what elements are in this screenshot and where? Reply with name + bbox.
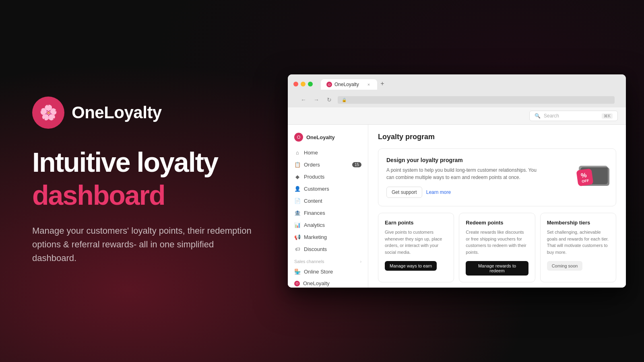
- sidebar-item-customers[interactable]: 👤 Customers: [288, 183, 368, 195]
- lock-icon: 🔒: [342, 98, 347, 102]
- sidebar-item-online-store[interactable]: 🏪 Online Store: [288, 265, 368, 278]
- marketing-icon: 📢: [294, 234, 301, 240]
- content-icon: 📄: [294, 197, 301, 204]
- sidebar-item-orders[interactable]: 📋 Orders 15: [288, 158, 368, 171]
- search-bar[interactable]: 🔍 Search ⌘K: [529, 111, 618, 121]
- sidebar-item-discounts[interactable]: 🏷 Discounts: [288, 243, 368, 255]
- promo-text: OFF: [582, 179, 589, 183]
- subtext: Manage your customers' loyalty points, t…: [32, 224, 258, 265]
- get-support-button[interactable]: Get support: [386, 187, 422, 198]
- logo-area: 🌸 OneLoyalty: [32, 97, 258, 129]
- sidebar-logo: O OneLoyalty: [288, 130, 368, 146]
- learn-more-link[interactable]: Learn more: [426, 189, 451, 195]
- earn-desc: Give points to customers whenever they s…: [385, 229, 447, 255]
- sidebar-label-home: Home: [304, 150, 318, 156]
- promo-percent: %: [580, 171, 587, 179]
- coming-soon-button: Coming soon: [547, 261, 583, 271]
- sidebar-label-finances: Finances: [304, 210, 325, 216]
- sidebar-label-customers: Customers: [304, 186, 329, 192]
- tiers-title: Membership tiers: [547, 220, 609, 226]
- tab-favicon-letter: O: [328, 83, 330, 86]
- headline: Intuitive loyalty dashboard: [32, 148, 258, 224]
- url-bar[interactable]: 🔒: [338, 96, 615, 104]
- sidebar-item-home[interactable]: ⌂ Home: [288, 146, 368, 158]
- analytics-icon: 📊: [294, 222, 301, 228]
- earn-title: Earn points: [385, 220, 447, 226]
- redeem-title: Redeem points: [466, 220, 528, 226]
- tab-close-button[interactable]: ×: [366, 82, 372, 87]
- app-body: O OneLoyalty ⌂ Home 📋 Orders 15 ◆: [288, 125, 626, 288]
- online-store-icon: 🏪: [294, 268, 301, 275]
- headline-line1: Intuitive loyalty: [32, 148, 258, 177]
- sidebar-label-discounts: Discounts: [304, 246, 327, 252]
- tab-favicon: O: [326, 82, 332, 87]
- sidebar-item-oneloyalty-channel[interactable]: O OneLoyalty: [288, 278, 368, 288]
- active-tab[interactable]: O OneLoyalty ×: [321, 79, 377, 90]
- customers-icon: 👤: [294, 185, 301, 192]
- sidebar-logo-icon: O: [294, 133, 303, 142]
- sidebar-item-marketing[interactable]: 📢 Marketing: [288, 231, 368, 243]
- sidebar: O OneLoyalty ⌂ Home 📋 Orders 15 ◆: [288, 125, 368, 288]
- headline-line2: dashboard: [32, 181, 258, 210]
- sidebar-label-orders: Orders: [304, 162, 320, 168]
- brand-name: OneLoyalty: [72, 103, 162, 122]
- fullscreen-tl[interactable]: [308, 82, 313, 86]
- search-placeholder: Search: [544, 113, 559, 119]
- orders-badge: 15: [352, 162, 361, 167]
- sidebar-label-analytics: Analytics: [304, 222, 325, 228]
- minimize-tl[interactable]: [301, 82, 305, 86]
- browser-tabs: O OneLoyalty × +: [321, 78, 620, 90]
- main-content: Loyalty program Design your loyalty prog…: [368, 125, 626, 288]
- finances-icon: 🏦: [294, 210, 301, 216]
- app-topbar: 🔍 Search ⌘K: [288, 107, 626, 125]
- tab-label: OneLoyalty: [334, 82, 359, 87]
- sales-channels-chevron: ›: [360, 259, 361, 264]
- oneloyalty-channel-icon: O: [294, 281, 300, 286]
- sidebar-label-oneloyalty-channel: OneLoyalty: [303, 280, 330, 286]
- card-decoration: % OFF: [577, 165, 609, 189]
- home-icon: ⌂: [294, 149, 301, 156]
- address-bar: ← → ↻ 🔒: [293, 93, 620, 107]
- feature-card-earn: Earn points Give points to customers whe…: [378, 213, 454, 282]
- sidebar-label-products: Products: [304, 174, 324, 180]
- app-content: 🔍 Search ⌘K O OneLoyalty ⌂: [288, 107, 626, 288]
- tiers-desc: Set challenging, achievable goals and re…: [547, 229, 609, 255]
- primary-card-title: Design your loyalty program: [386, 157, 608, 163]
- feature-card-tiers: Membership tiers Set challenging, achiev…: [540, 213, 616, 282]
- sidebar-label-marketing: Marketing: [304, 234, 327, 240]
- primary-card-actions: Get support Learn more: [386, 187, 608, 198]
- close-tl[interactable]: [293, 82, 298, 86]
- browser-panel: O OneLoyalty × + ← → ↻ 🔒: [282, 0, 644, 362]
- sidebar-item-finances[interactable]: 🏦 Finances: [288, 207, 368, 219]
- logo-circle: 🌸: [32, 97, 64, 129]
- sidebar-item-products[interactable]: ◆ Products: [288, 171, 368, 183]
- sidebar-label-content: Content: [304, 198, 322, 204]
- sidebar-item-analytics[interactable]: 📊 Analytics: [288, 219, 368, 231]
- forward-button[interactable]: →: [312, 95, 321, 104]
- feature-card-redeem: Redeem points Create rewards like discou…: [459, 213, 535, 282]
- sidebar-label-online-store: Online Store: [304, 269, 333, 275]
- sidebar-item-content[interactable]: 📄 Content: [288, 195, 368, 207]
- discounts-icon: 🏷: [294, 246, 301, 252]
- orders-icon: 📋: [294, 161, 301, 168]
- primary-card-desc: A point system to help you build long-te…: [386, 167, 539, 181]
- redeem-desc: Create rewards like discounts or free sh…: [466, 229, 528, 255]
- sidebar-logo-text: OneLoyalty: [306, 134, 335, 140]
- manage-earn-button[interactable]: Manage ways to earn: [385, 261, 437, 271]
- browser-window: O OneLoyalty × + ← → ↻ 🔒: [288, 74, 626, 288]
- sales-channels-section: Sales channels ›: [288, 255, 368, 265]
- primary-card: Design your loyalty program A point syst…: [378, 148, 616, 206]
- traffic-lights: [293, 82, 313, 86]
- products-icon: ◆: [294, 173, 301, 180]
- refresh-button[interactable]: ↻: [325, 95, 334, 104]
- page-title: Loyalty program: [378, 133, 616, 141]
- logo-flower-icon: 🌸: [39, 105, 58, 120]
- search-shortcut: ⌘K: [602, 113, 613, 119]
- manage-redeem-button[interactable]: Manage rewards to redeem: [466, 261, 528, 276]
- search-icon: 🔍: [535, 113, 541, 119]
- sales-channels-label: Sales channels: [294, 259, 324, 264]
- browser-chrome: O OneLoyalty × + ← → ↻ 🔒: [288, 74, 626, 107]
- feature-grid: Earn points Give points to customers whe…: [378, 213, 616, 282]
- back-button[interactable]: ←: [299, 95, 308, 104]
- new-tab-button[interactable]: +: [377, 78, 388, 89]
